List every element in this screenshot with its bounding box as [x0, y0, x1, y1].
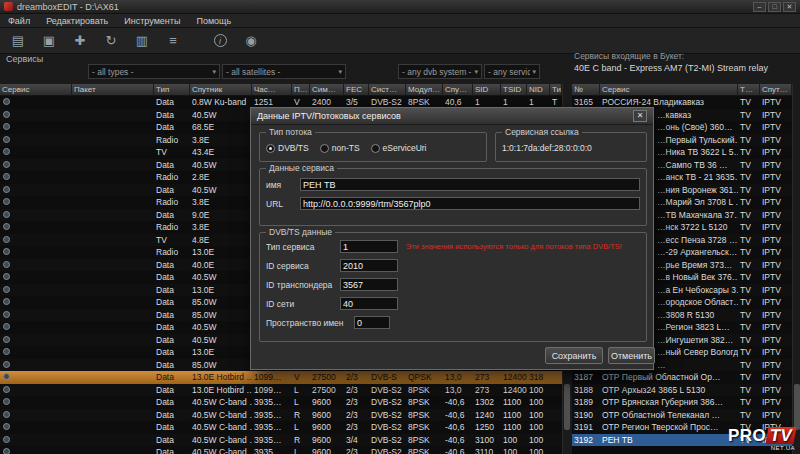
window-minimize-button[interactable]: –: [753, 2, 766, 12]
logo-tv-text: TV: [766, 427, 797, 444]
table-row[interactable]: Data13.0E Hotbird …1099…L275002/3DVB-S28…: [0, 384, 562, 397]
cell-service: [0, 446, 72, 454]
cell-pos: 13,0: [443, 384, 473, 397]
info-button[interactable]: i: [208, 30, 232, 51]
filter-value: - all types -: [92, 67, 210, 77]
scrollbar-thumb[interactable]: [564, 384, 570, 430]
column-header[interactable]: FEC: [344, 84, 369, 96]
stream-type-radio-1[interactable]: non-TS: [320, 143, 360, 153]
filter-select-2[interactable]: - any dvb system -▾: [398, 64, 482, 79]
about-button[interactable]: ◉: [239, 30, 263, 51]
reload-button[interactable]: ↻: [99, 30, 123, 51]
cell-package: [72, 196, 154, 209]
cell-num: 3192: [572, 434, 600, 447]
url-input[interactable]: [300, 197, 640, 210]
menu-item-1[interactable]: Редактировать: [46, 16, 108, 26]
column-header[interactable]: Сервис: [600, 84, 738, 96]
table-row[interactable]: Data40.5W C-band …3935…L96002/3DVB-S28PS…: [0, 396, 562, 409]
cell-mod: QPSK: [406, 371, 443, 384]
cell-pol: L: [292, 421, 310, 434]
save-button[interactable]: ▣: [37, 30, 61, 51]
window-maximize-button[interactable]: □: [768, 2, 781, 12]
cell-pol: L: [292, 384, 310, 397]
table-row[interactable]: Data40.5W C-band …3935…R96003/4DVB-S28PS…: [0, 434, 562, 447]
namespace-input[interactable]: [354, 316, 390, 329]
column-header[interactable]: Спу…: [443, 84, 473, 96]
stream-type-radio-2[interactable]: eServiceUri: [371, 143, 427, 153]
chevron-down-icon: ▾: [474, 68, 478, 76]
save-button[interactable]: Сохранить: [545, 347, 603, 364]
column-header[interactable]: №: [572, 84, 600, 96]
cell-package: [72, 159, 154, 172]
filter-select-0[interactable]: - all types -▾: [88, 64, 220, 79]
bouquet-scrollbar[interactable]: [792, 84, 800, 454]
column-header[interactable]: Сервис: [0, 84, 72, 96]
service-icon: [3, 423, 10, 430]
cell-type: Data: [154, 384, 190, 397]
cell-sys: DVB-S2: [369, 384, 406, 397]
menu-item-0[interactable]: Файл: [8, 16, 30, 26]
cell-package: [72, 134, 154, 147]
bouquet-row[interactable]: 3189ОТР Брянская Губерния 386…TVIPTV: [572, 396, 792, 409]
transponder-id-input[interactable]: [340, 278, 398, 291]
column-header[interactable]: Спутник: [190, 84, 252, 96]
cell-sat: 40.5W: [190, 334, 252, 347]
cell-sat: 85.0W: [190, 309, 252, 322]
new-file-button[interactable]: ▤: [6, 30, 30, 51]
cell-service: [0, 246, 72, 259]
copy-button[interactable]: ▥: [130, 30, 154, 51]
dialog-title-bar[interactable]: Данные IPTV/Потоковых сервисов ✕: [251, 108, 653, 125]
title-bar[interactable]: dreamboxEDIT - D:\AX61 –□✕: [0, 0, 800, 14]
cell-pos: -40,6: [443, 434, 473, 447]
filter-select-3[interactable]: - any service -▾: [484, 64, 540, 79]
add-services-button[interactable]: ✚: [68, 30, 92, 51]
stream-type-radio-0[interactable]: DVB/TS: [266, 143, 309, 153]
bouquet-row[interactable]: 3190ОТР Областной Телеканал …TVIPTV: [572, 409, 792, 422]
window-close-button[interactable]: ✕: [783, 2, 796, 12]
service-id-input[interactable]: [340, 259, 398, 272]
name-label: имя: [266, 180, 300, 190]
scrollbar-thumb[interactable]: [794, 384, 800, 430]
dialog-close-button[interactable]: ✕: [633, 110, 647, 122]
cell-freq: 3935…: [252, 446, 292, 454]
column-header[interactable]: Сист…: [369, 84, 406, 96]
network-id-input[interactable]: [340, 297, 398, 310]
cell-service: [0, 421, 72, 434]
column-header[interactable]: NID: [527, 84, 550, 96]
menu-item-3[interactable]: Помощь: [196, 16, 231, 26]
column-header[interactable]: TSID: [501, 84, 527, 96]
cell-sat: IPTV: [760, 109, 792, 122]
column-header[interactable]: Сим…: [310, 84, 344, 96]
cell-sat: 85.0W: [190, 296, 252, 309]
column-header[interactable]: Модул…: [406, 84, 443, 96]
cell-package: [72, 234, 154, 247]
service-icon: [3, 136, 10, 143]
name-input[interactable]: [300, 178, 640, 191]
column-header[interactable]: Час…: [252, 84, 292, 96]
column-header[interactable]: Тип: [550, 84, 562, 96]
service-icon: [3, 148, 10, 155]
cell-t: [550, 434, 562, 447]
table-row[interactable]: Data40.5W C-band …3935…L96002/3DVB-S28PS…: [0, 446, 562, 454]
table-row[interactable]: Data13.0E Hotbird …1099…V275002/3DVB-SQP…: [0, 371, 562, 384]
column-header[interactable]: Т…: [738, 84, 760, 96]
cell-sys: DVB-S2: [369, 396, 406, 409]
column-header[interactable]: Спут…: [760, 84, 792, 96]
table-row[interactable]: Data40.5W C-band …3935…L96002/3DVB-S28PS…: [0, 421, 562, 434]
cell-nid: 100: [527, 396, 550, 409]
bouquet-row[interactable]: 3188ОТР Архыз24 3865 L 5130TVIPTV: [572, 384, 792, 397]
service-type-input[interactable]: [340, 240, 398, 253]
column-header[interactable]: Тип: [154, 84, 190, 96]
radio-dot: [371, 144, 380, 153]
column-header[interactable]: П…: [292, 84, 310, 96]
service-icon: [3, 223, 10, 230]
bouquet-row[interactable]: 3187ОТР Первый Областной Ор…TVIPTV: [572, 371, 792, 384]
list-button[interactable]: ≡: [161, 30, 185, 51]
column-header[interactable]: SID: [473, 84, 501, 96]
cancel-button[interactable]: Отменить: [608, 347, 655, 364]
logo-pro-text: PRO: [728, 427, 766, 444]
table-row[interactable]: Data40.5W C-band …3935…R96002/3DVB-S28PS…: [0, 409, 562, 422]
menu-item-2[interactable]: Инструменты: [124, 16, 180, 26]
column-header[interactable]: Пакет: [72, 84, 154, 96]
filter-select-1[interactable]: - all satellites -▾: [222, 64, 346, 79]
